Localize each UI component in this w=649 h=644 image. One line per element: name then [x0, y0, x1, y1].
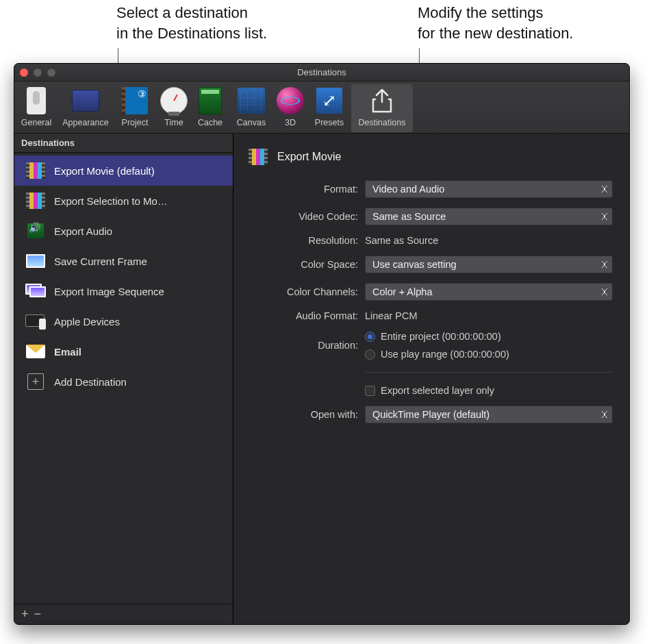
presets-icon	[316, 88, 342, 114]
add-destination-button[interactable]: +	[21, 607, 29, 621]
openwith-label: Open with:	[249, 409, 358, 420]
dest-item-label: Add Destination	[54, 376, 127, 388]
toolbar-label: Cache	[198, 118, 222, 127]
colorspace-label: Color Space:	[249, 259, 358, 270]
sequence-icon	[25, 282, 46, 301]
openwith-value: QuickTime Player (default)	[372, 409, 489, 420]
callout-left: Select a destination in the Destinations…	[116, 3, 267, 43]
dest-item-label: Export Selection to Mo…	[54, 195, 168, 207]
dest-item-label: Email	[54, 346, 81, 358]
content: Destinations Export Movie (default) Expo…	[14, 134, 629, 624]
export-layer-checkbox[interactable]: Export selected layer only	[365, 385, 613, 396]
colorspace-value: Use canvas setting	[372, 259, 457, 270]
callout-right: Modify the settings for the new destinat…	[418, 3, 573, 43]
toolbar-label: 3D	[285, 118, 296, 127]
cache-icon	[199, 87, 222, 114]
channels-value: Color + Alpha	[372, 286, 432, 297]
settings-form: Format: Video and Audio Video Codec: Sam…	[249, 180, 613, 423]
radio-icon	[365, 332, 375, 342]
dest-item-label: Export Movie (default)	[54, 165, 155, 177]
divider	[365, 372, 613, 373]
audiofmt-label: Audio Format:	[249, 310, 358, 321]
export-layer-label: Export selected layer only	[381, 385, 494, 396]
frame-icon	[25, 251, 46, 271]
dest-item-label: Apple Devices	[54, 316, 120, 327]
channels-label: Color Channels:	[249, 286, 358, 297]
channels-select[interactable]: Color + Alpha	[365, 283, 613, 301]
duration-opt1-label: Entire project (00:00:00:00)	[381, 331, 501, 342]
sidebar: Destinations Export Movie (default) Expo…	[14, 134, 233, 624]
toolbar-cache[interactable]: Cache	[191, 84, 229, 132]
toolbar-3d[interactable]: 3D	[273, 84, 307, 132]
codec-label: Video Codec:	[249, 211, 358, 222]
toolbar-presets[interactable]: Presets	[307, 84, 351, 132]
dest-item-export-audio[interactable]: Export Audio	[14, 216, 233, 246]
preferences-window: Destinations General Appearance Project …	[14, 63, 630, 625]
panel-title: Export Movie	[277, 151, 341, 163]
film-icon	[25, 191, 46, 210]
window-title: Destinations	[14, 67, 629, 77]
audio-icon	[25, 221, 46, 240]
toolbar: General Appearance Project Time Cache Ca…	[14, 82, 629, 134]
toolbar-time[interactable]: Time	[157, 84, 191, 132]
codec-value: Same as Source	[372, 211, 446, 222]
destinations-list: Export Movie (default) Export Selection …	[14, 153, 233, 604]
toolbar-label: Canvas	[237, 118, 266, 127]
toolbar-label: Presets	[315, 118, 344, 127]
callouts: Select a destination in the Destinations…	[0, 3, 649, 63]
openwith-select[interactable]: QuickTime Player (default)	[365, 406, 613, 423]
dest-item-export-movie[interactable]: Export Movie (default)	[14, 156, 233, 186]
duration-radio-entire[interactable]: Entire project (00:00:00:00)	[365, 331, 613, 342]
dest-item-add-destination[interactable]: + Add Destination	[14, 367, 233, 397]
duration-label: Duration:	[249, 340, 358, 351]
time-icon	[160, 87, 188, 114]
resolution-value: Same as Source	[365, 235, 613, 246]
toolbar-label: Destinations	[359, 118, 406, 127]
panel-header: Export Movie	[249, 149, 613, 165]
toolbar-label: Project	[122, 118, 149, 127]
format-value: Video and Audio	[372, 184, 444, 195]
audiofmt-value: Linear PCM	[365, 310, 613, 321]
colorspace-select[interactable]: Use canvas setting	[365, 256, 613, 273]
duration-radio-range[interactable]: Use play range (00:00:00:00)	[365, 349, 613, 360]
toolbar-canvas[interactable]: Canvas	[229, 84, 273, 132]
resolution-label: Resolution:	[249, 235, 358, 246]
sidebar-header: Destinations	[14, 134, 233, 153]
plus-box-icon: +	[25, 372, 46, 391]
dest-item-label: Save Current Frame	[54, 256, 147, 267]
format-select[interactable]: Video and Audio	[365, 180, 613, 198]
appearance-icon	[72, 90, 99, 112]
dest-item-apple-devices[interactable]: Apple Devices	[14, 306, 233, 336]
film-icon	[249, 149, 268, 165]
toolbar-destinations[interactable]: Destinations	[351, 84, 413, 132]
toolbar-general[interactable]: General	[14, 84, 58, 132]
format-label: Format:	[249, 184, 358, 195]
dest-item-image-sequence[interactable]: Export Image Sequence	[14, 276, 233, 306]
email-icon	[25, 342, 46, 361]
checkbox-icon	[365, 386, 375, 396]
codec-select[interactable]: Same as Source	[365, 208, 613, 225]
titlebar: Destinations	[14, 64, 629, 82]
3d-icon	[277, 87, 304, 114]
general-icon	[27, 87, 46, 114]
remove-destination-button[interactable]: −	[34, 607, 42, 621]
film-icon	[25, 161, 46, 180]
toolbar-label: General	[21, 118, 51, 127]
canvas-icon	[238, 88, 265, 114]
duration-opt2-label: Use play range (00:00:00:00)	[381, 349, 509, 360]
toolbar-label: Time	[164, 118, 183, 127]
settings-panel: Export Movie Format: Video and Audio Vid…	[233, 134, 629, 624]
dest-item-save-frame[interactable]: Save Current Frame	[14, 246, 233, 276]
dest-item-export-selection[interactable]: Export Selection to Mo…	[14, 186, 233, 216]
radio-icon	[365, 349, 375, 360]
toolbar-label: Appearance	[62, 118, 108, 127]
toolbar-project[interactable]: Project	[113, 84, 157, 132]
dest-item-label: Export Image Sequence	[54, 286, 164, 297]
dest-item-label: Export Audio	[54, 225, 112, 237]
devices-icon	[25, 312, 46, 331]
dest-item-email[interactable]: Email	[14, 336, 233, 367]
sidebar-footer: + −	[14, 604, 233, 624]
share-icon	[368, 87, 396, 114]
project-icon	[122, 87, 148, 114]
toolbar-appearance[interactable]: Appearance	[58, 84, 113, 132]
